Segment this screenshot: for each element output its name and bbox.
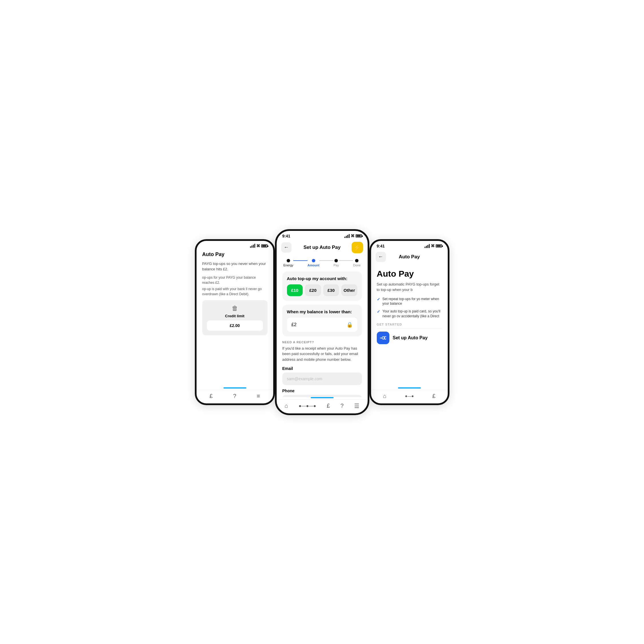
step-line-2 xyxy=(319,260,333,261)
back-button-center[interactable]: ← xyxy=(281,242,292,253)
step-label-energy: Energy xyxy=(284,263,294,267)
status-time-right: 9:41 xyxy=(377,244,385,248)
nav-header-right: ← Auto Pay xyxy=(371,249,448,264)
email-input[interactable]: sam@example.com xyxy=(282,372,362,385)
nav-header-center: ← Set up Auto Pay ⚡ xyxy=(277,239,368,255)
check-item-2: ✓ Your auto top-up is paid card, so you'… xyxy=(377,309,442,319)
credit-limit-box: 🗑 Credit limit £2.00 xyxy=(202,300,267,335)
center-payment-icon[interactable]: £ xyxy=(327,403,330,409)
trash-icon: 🗑 xyxy=(207,305,263,312)
back-arrow-right-icon: ← xyxy=(378,254,383,260)
phone-label: Phone xyxy=(282,389,362,393)
left-sub2: op-up is paid with your bank ll never go… xyxy=(202,286,267,297)
right-desc: Set up automatic PAYG top-ups forget to … xyxy=(377,282,442,293)
receipt-section: NEED A RECEIPT? If you'd like a receipt … xyxy=(282,340,362,397)
left-nav-title: Auto Pay xyxy=(202,251,225,257)
setup-auto-pay-button[interactable]: ∞ Set up Auto Pay xyxy=(377,332,442,344)
nav-payment-icon[interactable]: £ xyxy=(209,393,213,399)
status-bar-left: ⌘ xyxy=(197,241,273,249)
status-time-center: 9:41 xyxy=(282,234,290,238)
phone-center: 9:41 ⌘ ← Set up Auto Pay xyxy=(275,229,369,415)
bottom-nav-left: £ ? ≡ xyxy=(197,390,273,403)
bottom-nav-center: ⌂ ●—●—● £ ? ☰ xyxy=(277,399,368,413)
bolt-icon: ⚡ xyxy=(354,244,361,251)
center-help-icon[interactable]: ? xyxy=(340,403,344,409)
email-label: Email xyxy=(282,366,362,371)
center-activity-icon[interactable]: ●—●—● xyxy=(299,403,316,409)
center-nav-title: Set up Auto Pay xyxy=(304,245,341,250)
left-desc1: PAYG top-ups so you never when your bala… xyxy=(202,261,267,272)
checkmark-2: ✓ xyxy=(377,309,380,314)
nav-menu-icon[interactable]: ≡ xyxy=(257,393,260,399)
email-placeholder: sam@example.com xyxy=(287,377,322,381)
check-text-2: Your auto top-up is paid card, so you'll… xyxy=(383,309,442,319)
right-content: Auto Pay Set up automatic PAYG top-ups f… xyxy=(371,264,448,349)
center-home-icon[interactable]: ⌂ xyxy=(285,403,288,409)
right-big-title: Auto Pay xyxy=(377,269,442,279)
check-text-1: Set repeat top-ups for yo meter when you… xyxy=(383,297,442,306)
amount-20-button[interactable]: £20 xyxy=(305,284,321,296)
balance-card: When my balance is lower than: £2 🔒 xyxy=(282,305,362,336)
check-item-1: ✓ Set repeat top-ups for yo meter when y… xyxy=(377,297,442,306)
top-up-title: Auto top-up my account with: xyxy=(287,276,357,281)
svg-text:∞: ∞ xyxy=(380,336,382,340)
amount-30-button[interactable]: £30 xyxy=(323,284,339,296)
credit-limit-value: £2.00 xyxy=(207,320,263,331)
lightning-action-icon[interactable]: ⚡ xyxy=(352,242,363,253)
phone-right: 9:41 ⌘ ← Auto Pay xyxy=(369,239,449,405)
step-done: Done xyxy=(353,259,360,267)
balance-title: When my balance is lower than: xyxy=(287,309,357,314)
bottom-nav-right: ⌂ ●—● £ xyxy=(371,390,448,403)
amount-options: £10 £20 £30 Other xyxy=(287,284,357,296)
step-line-1 xyxy=(293,260,307,261)
top-up-card: Auto top-up my account with: £10 £20 £30… xyxy=(282,272,362,301)
step-pay: Pay xyxy=(334,259,339,267)
status-bar-right: 9:41 ⌘ xyxy=(371,241,448,249)
back-arrow-icon: ← xyxy=(284,244,289,250)
phone-left: ⌘ Auto Pay PAYG top-ups so you never whe… xyxy=(195,239,275,405)
step-dot-energy xyxy=(287,259,290,262)
step-line-3 xyxy=(339,260,353,261)
infinity-icon: ∞ xyxy=(377,332,389,344)
center-content: Auto top-up my account with: £10 £20 £30… xyxy=(277,268,368,397)
balance-input-row: £2 🔒 xyxy=(287,318,357,332)
left-sub1: op-ups for your PAYG your balance reache… xyxy=(202,275,267,285)
amount-10-button[interactable]: £10 xyxy=(287,284,303,296)
get-started-label: GET STARTED xyxy=(377,323,442,326)
phone-input[interactable] xyxy=(282,395,362,397)
receipt-desc: If you'd like a receipt when your Auto P… xyxy=(282,346,362,362)
step-dot-done xyxy=(355,259,358,262)
balance-value: £2 xyxy=(292,322,297,327)
center-menu-icon[interactable]: ☰ xyxy=(354,403,359,409)
nav-help-icon[interactable]: ? xyxy=(233,393,236,399)
step-energy: Energy xyxy=(284,259,294,267)
checkmark-1: ✓ xyxy=(377,297,380,302)
step-dot-amount xyxy=(312,259,315,262)
credit-limit-label: Credit limit xyxy=(207,314,263,318)
step-label-amount: Amount xyxy=(308,263,320,267)
step-label-pay: Pay xyxy=(334,263,339,267)
receipt-label: NEED A RECEIPT? xyxy=(282,340,362,344)
right-activity-icon[interactable]: ●—● xyxy=(405,394,414,398)
status-bar-center: 9:41 ⌘ xyxy=(277,231,368,239)
setup-btn-text: Set up Auto Pay xyxy=(393,335,428,340)
step-dot-pay xyxy=(334,259,338,262)
divider xyxy=(377,328,442,329)
step-amount: Amount xyxy=(308,259,320,267)
step-label-done: Done xyxy=(353,263,360,267)
right-nav-title: Auto Pay xyxy=(399,254,420,260)
progress-stepper: Energy Amount Pay Done xyxy=(277,255,368,268)
back-button-right[interactable]: ← xyxy=(376,252,386,262)
right-payment-icon[interactable]: £ xyxy=(432,393,435,399)
right-home-icon[interactable]: ⌂ xyxy=(383,393,387,399)
lock-icon: 🔒 xyxy=(346,322,353,328)
amount-other-button[interactable]: Other xyxy=(341,284,357,296)
